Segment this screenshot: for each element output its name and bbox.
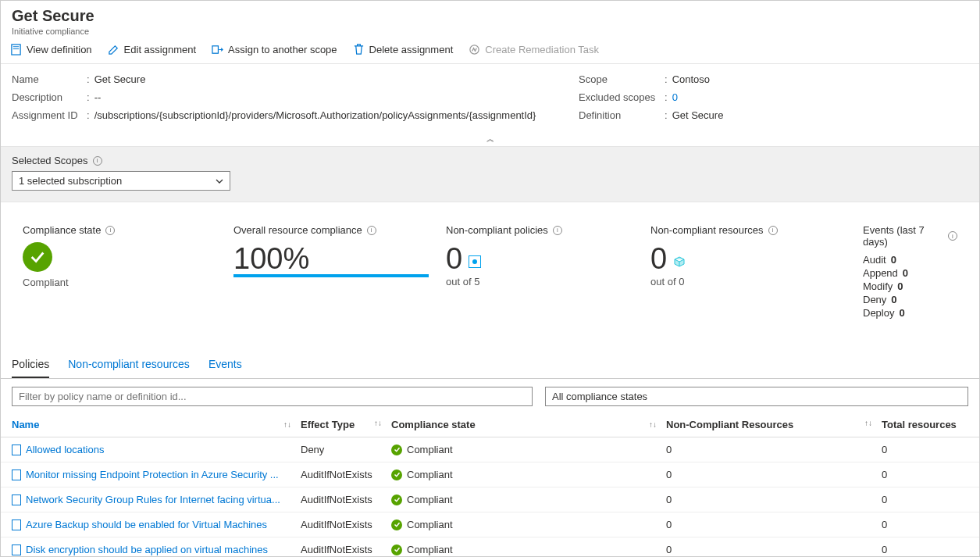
svg-rect-0: [12, 45, 20, 55]
selected-scopes-label: Selected Scopes: [12, 155, 88, 166]
info-icon[interactable]: i: [93, 156, 102, 166]
dropdown-value: 1 selected subscription: [19, 175, 122, 187]
sort-icon: ↑↓: [864, 419, 872, 430]
ncr-value: 0: [666, 469, 882, 480]
effect-value: AuditIfNotExists: [301, 519, 391, 530]
info-icon[interactable]: i: [105, 226, 115, 235]
scope-dropdown[interactable]: 1 selected subscription: [12, 171, 230, 191]
svg-rect-3: [212, 46, 219, 53]
event-audit-label: Audit: [863, 254, 886, 266]
info-icon[interactable]: i: [948, 231, 957, 241]
compliant-check-icon: [391, 495, 402, 505]
tab-policies[interactable]: Policies: [12, 352, 49, 378]
compliance-state-value: Compliant: [23, 277, 233, 288]
policy-name-link[interactable]: Network Security Group Rules for Interne…: [26, 494, 280, 505]
tab-non-compliant-resources[interactable]: Non-compliant resources: [68, 352, 190, 378]
total-value: 0: [882, 544, 968, 555]
nc-resources-label: Non-compliant resources: [650, 224, 764, 236]
excluded-scopes-value[interactable]: 0: [672, 91, 678, 103]
total-value: 0: [882, 519, 968, 530]
policy-icon: [12, 470, 21, 480]
event-modify-value: 0: [897, 280, 903, 292]
remediation-icon: [469, 44, 480, 55]
policy-filter-input[interactable]: [12, 387, 533, 406]
tab-events[interactable]: Events: [208, 352, 242, 378]
policy-name-link[interactable]: Allowed locations: [26, 444, 104, 455]
assignment-id-label: Assignment ID: [12, 109, 87, 121]
delete-assignment-button[interactable]: Delete assignment: [353, 44, 454, 55]
description-value: --: [94, 91, 102, 103]
event-deny-value: 0: [891, 294, 896, 305]
create-remediation-button: Create Remediation Task: [469, 44, 599, 55]
overall-compliance-value: 100%: [233, 242, 446, 276]
sort-icon: ↑↓: [649, 420, 657, 429]
nc-policies-label: Non-compliant policies: [446, 224, 548, 236]
column-ncr[interactable]: Non-Compliant Resources↑↓: [666, 419, 882, 430]
info-icon[interactable]: i: [553, 226, 562, 235]
table-row[interactable]: Azure Backup should be enabled for Virtu…: [1, 512, 979, 537]
effect-value: AuditIfNotExists: [301, 494, 391, 505]
ncr-value: 0: [666, 519, 882, 530]
column-compliance-state[interactable]: Compliance state↑↓: [391, 419, 666, 430]
nc-resources-sub: out of 0: [650, 276, 863, 287]
table-row[interactable]: Network Security Group Rules for Interne…: [1, 487, 979, 512]
policy-icon: [469, 255, 481, 268]
sort-icon: ↑↓: [374, 419, 382, 430]
policy-name-link[interactable]: Azure Backup should be enabled for Virtu…: [26, 519, 267, 530]
collapse-handle[interactable]: ︽: [1, 134, 979, 146]
compliant-check-icon: [391, 470, 402, 480]
compliance-state-filter[interactable]: All compliance states: [545, 387, 968, 406]
ncr-value: 0: [666, 544, 882, 555]
description-label: Description: [12, 91, 87, 103]
name-label: Name: [12, 73, 87, 85]
event-deploy-label: Deploy: [863, 307, 894, 319]
view-definition-button[interactable]: View definition: [10, 44, 92, 55]
edit-assignment-button[interactable]: Edit assignment: [108, 44, 197, 55]
state-value: Compliant: [407, 444, 453, 455]
pencil-icon: [108, 44, 119, 55]
assign-icon: [212, 44, 223, 55]
state-value: Compliant: [407, 519, 453, 530]
compliant-check-icon: [391, 445, 402, 455]
nc-policies-sub: out of 5: [446, 276, 650, 287]
button-label: Create Remediation Task: [485, 44, 599, 55]
event-deploy-value: 0: [899, 307, 904, 319]
total-value: 0: [882, 469, 968, 480]
ncr-value: 0: [666, 494, 882, 505]
compliant-check-icon: [391, 545, 402, 555]
assign-scope-button[interactable]: Assign to another scope: [212, 44, 337, 55]
policy-name-link[interactable]: Monitor missing Endpoint Protection in A…: [26, 469, 279, 480]
effect-value: Deny: [301, 444, 391, 455]
events-label: Events (last 7 days): [863, 224, 943, 248]
state-value: Compliant: [407, 469, 453, 480]
column-effect[interactable]: Effect Type↑↓: [301, 419, 391, 430]
effect-value: AuditIfNotExists: [301, 544, 391, 555]
state-value: Compliant: [407, 494, 453, 505]
scope-value: Contoso: [672, 73, 710, 85]
ncr-value: 0: [666, 444, 882, 455]
total-value: 0: [882, 494, 968, 505]
column-name[interactable]: Name↑↓: [12, 419, 301, 430]
sort-icon: ↑↓: [283, 420, 291, 429]
page-subtitle: Initiative compliance: [12, 27, 968, 36]
scope-label: Scope: [579, 73, 665, 85]
excluded-scopes-label: Excluded scopes: [579, 91, 665, 103]
event-deny-label: Deny: [863, 294, 886, 305]
button-label: View definition: [27, 44, 92, 55]
policy-name-link[interactable]: Disk encryption should be applied on vir…: [26, 544, 268, 555]
info-icon[interactable]: i: [768, 226, 778, 235]
policy-icon: [12, 520, 21, 530]
page-title: Get Secure: [12, 7, 968, 25]
button-label: Assign to another scope: [228, 44, 337, 55]
table-row[interactable]: Monitor missing Endpoint Protection in A…: [1, 462, 979, 487]
filter-value: All compliance states: [552, 391, 647, 402]
policy-icon: [12, 445, 21, 455]
info-icon[interactable]: i: [367, 226, 376, 235]
column-total[interactable]: Total resources: [882, 419, 968, 430]
table-row[interactable]: Disk encryption should be applied on vir…: [1, 537, 979, 557]
button-label: Delete assignment: [369, 44, 454, 55]
trash-icon: [353, 44, 365, 55]
table-row[interactable]: Allowed locations Deny Compliant 0 0: [1, 437, 979, 462]
policy-icon: [12, 495, 21, 505]
compliant-check-icon: [23, 242, 52, 272]
